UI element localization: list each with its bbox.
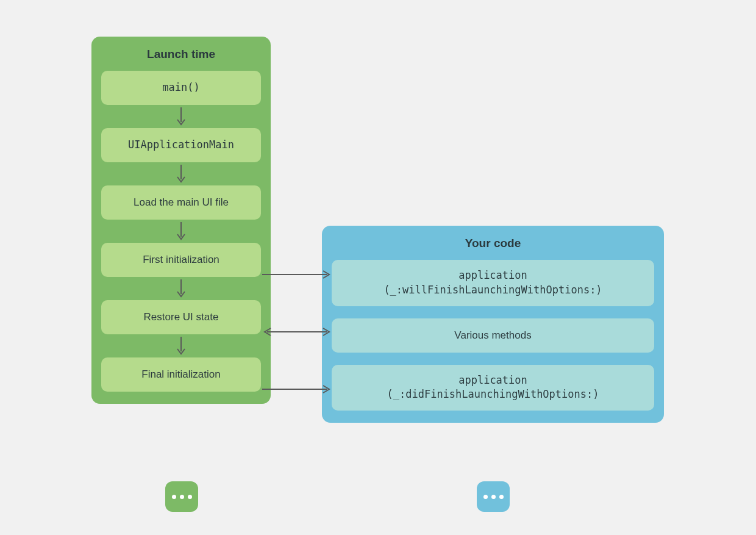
step-uiapplicationmain: UIApplicationMain [101,128,261,162]
arrow-down-icon [101,105,261,128]
step-first-initialization: First initialization [101,243,261,277]
more-icon[interactable] [165,481,198,512]
arrow-right-icon [261,268,333,281]
step-load-main-ui: Load the main UI file [101,185,261,220]
your-code-panel: Your code application (_:willFinishLaunc… [322,226,664,423]
launch-time-title: Launch time [101,48,261,61]
launch-time-panel: Launch time main() UIApplicationMain Loa… [91,37,271,404]
arrow-down-icon [101,162,261,185]
code-various-methods: Various methods [332,318,654,353]
your-code-title: Your code [332,237,654,250]
arrow-down-icon [101,277,261,300]
code-will-finish-launching: application (_:willFinishLaunchingWithOp… [332,260,654,306]
step-main: main() [101,71,261,105]
step-final-initialization: Final initialization [101,357,261,392]
more-icon[interactable] [477,481,510,512]
step-restore-ui-state: Restore UI state [101,300,261,334]
code-did-finish-launching: application (_:didFinishLaunchingWithOpt… [332,365,654,411]
arrow-right-icon [261,383,333,395]
arrow-down-icon [101,220,261,243]
arrow-bidirectional-icon [261,326,333,338]
arrow-down-icon [101,334,261,357]
